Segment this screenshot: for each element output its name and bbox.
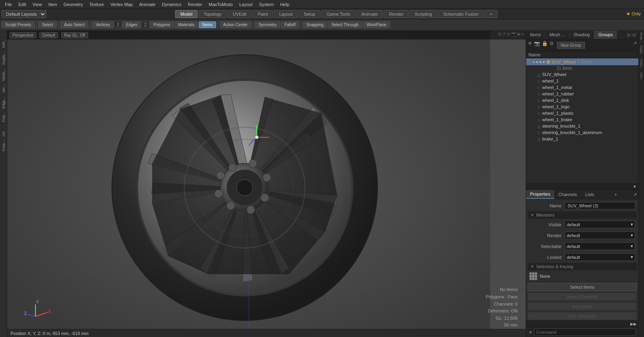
key-items-button[interactable]: Key Items <box>528 302 637 310</box>
default-layouts-select[interactable]: Default Layouts <box>2 10 46 18</box>
panel-action-lock[interactable]: 🔒 <box>542 41 548 50</box>
layout-tab-setup[interactable]: Setup <box>299 10 321 18</box>
menu-dynamics[interactable]: Dynamics <box>159 1 184 8</box>
sidebar-tab-poly[interactable]: Poly... <box>1 111 6 124</box>
layout-tab-gametools[interactable]: Game Tools <box>321 10 355 18</box>
prop-section-sel-keying[interactable]: ▼ Selection & Keying <box>528 263 637 270</box>
prop-tab-add[interactable]: + <box>611 190 620 198</box>
menu-render[interactable]: Render <box>184 1 205 8</box>
star-only-label[interactable]: ★ Only <box>626 11 641 17</box>
menu-texture[interactable]: Texture <box>86 1 107 8</box>
menu-maxtomode[interactable]: MaxToModo <box>206 1 236 8</box>
vertices-btn[interactable]: Vertices <box>92 21 114 28</box>
sidebar-tab-def[interactable]: Def... <box>1 37 6 50</box>
viewport-default-btn[interactable]: Default <box>39 32 58 38</box>
viewport-perspective-btn[interactable]: Perspective <box>10 32 36 38</box>
right-strip-tab-chan[interactable]: Chan... <box>639 57 644 71</box>
menu-vertex-map[interactable]: Vertex Map <box>107 1 136 8</box>
layout-tab-paint[interactable]: Paint <box>253 10 273 18</box>
item-row-wheel-1[interactable]: ◇ wheel_1 <box>526 78 638 84</box>
symmetry-btn[interactable]: Symmetry <box>255 21 280 28</box>
item-row-suv-wheel-group[interactable]: ● ■ ■ ■ ▣ SUV_Wheel 1 Group <box>526 58 638 65</box>
menu-file[interactable]: File <box>2 1 15 8</box>
right-strip-tab-copy[interactable]: Copy... <box>639 44 644 57</box>
item-eye-icon[interactable]: ● <box>533 60 535 64</box>
sidebar-tab-edge[interactable]: Edge... <box>1 95 6 110</box>
prop-selectable-dropdown[interactable]: default ▾ <box>565 242 635 250</box>
menu-edit[interactable]: Edit <box>15 1 29 8</box>
layout-tab-scripting[interactable]: Scripting <box>409 10 437 18</box>
prop-tab-channels[interactable]: Channels <box>554 190 581 198</box>
sidebar-tab-duplic[interactable]: Duplic... <box>1 50 6 66</box>
items-btn[interactable]: Items <box>199 21 216 28</box>
prop-section-members[interactable]: ▼ Members <box>528 211 637 219</box>
prop-tab-lists[interactable]: Lists <box>581 190 599 198</box>
layout-tab-uvedit[interactable]: UVEdit <box>227 10 252 18</box>
menu-layout[interactable]: Layout <box>236 1 256 8</box>
layout-tab-model[interactable]: Model <box>175 10 198 18</box>
panel-action-render[interactable]: 📷 <box>534 41 540 50</box>
command-input[interactable] <box>534 329 636 336</box>
menu-animate[interactable]: Animate <box>136 1 159 8</box>
panel-tab-groups[interactable]: Groups <box>594 31 617 39</box>
prop-tab-properties[interactable]: Properties <box>526 190 554 199</box>
new-group-button[interactable]: New Group <box>557 42 585 49</box>
layout-tab-render[interactable]: Render <box>384 10 409 18</box>
item-row-wheel-1-plastic[interactable]: ◇ wheel_1_plastic <box>526 110 638 116</box>
layout-tab-schematic[interactable]: Schematic Fusion <box>438 10 483 18</box>
edges-btn[interactable]: Edges <box>122 21 141 28</box>
item-row-brake-1[interactable]: ◇ brake_1 <box>526 136 638 142</box>
item-row-wheel-1-logo[interactable]: ◇ wheel_1_logo <box>526 103 638 110</box>
item-row-wheel-1-brake[interactable]: ◇ wheel_1_brake <box>526 116 638 123</box>
menu-geometry[interactable]: Geometry <box>60 1 86 8</box>
snapping-btn[interactable]: Snapping <box>303 21 327 28</box>
sidebar-tab-0[interactable]: · <box>1 32 6 37</box>
item-camera-icon[interactable]: ■ <box>536 60 538 64</box>
action-center-btn[interactable]: Action Center <box>220 21 252 28</box>
prop-visible-dropdown[interactable]: default ▾ <box>565 221 635 228</box>
key-channels-button[interactable]: Key Channels <box>528 312 637 320</box>
layout-tab-topology[interactable]: Topology <box>198 10 227 18</box>
prop-render-dropdown[interactable]: default ▾ <box>565 232 635 239</box>
panel-expand-btn[interactable]: ↗ <box>633 41 637 50</box>
layout-tab-animate[interactable]: Animate <box>356 10 383 18</box>
panel-tab-items[interactable]: Items <box>526 31 545 39</box>
menu-item[interactable]: Item <box>45 1 60 8</box>
workplane-btn[interactable]: WorkPlane <box>363 21 390 28</box>
panel-tab-mesh[interactable]: Mesh ... <box>545 31 570 39</box>
item-row-wheel-1-rubber[interactable]: ◇ wheel_1_rubber <box>526 91 638 97</box>
panel-action-settings[interactable]: ⚙ <box>549 41 554 50</box>
polygons-btn[interactable]: Polygons <box>150 21 173 28</box>
item-row-suv-wheel[interactable]: △ SUV_Wheel <box>526 71 638 78</box>
select-items-button[interactable]: Select Items <box>528 283 637 291</box>
item-row-wheel-1-metal[interactable]: ◇ wheel_1_metal <box>526 84 638 91</box>
menu-view[interactable]: View <box>29 1 45 8</box>
panel-action-eye[interactable]: 👁 <box>528 41 533 50</box>
panel-tab-shading[interactable]: Shading <box>570 31 594 39</box>
layout-tab-add[interactable]: + <box>485 10 497 18</box>
prop-icon-expand[interactable]: ↗ <box>633 192 637 197</box>
falloff-btn[interactable]: Falloff <box>281 21 299 28</box>
layout-tab-layout[interactable]: Layout <box>274 10 298 18</box>
auto-select-btn[interactable]: Auto Select <box>60 21 88 28</box>
item-lock-icon[interactable]: ■ <box>539 60 541 64</box>
sidebar-tab-mesh[interactable]: Mesh... <box>1 67 6 83</box>
menu-help[interactable]: Help <box>277 1 293 8</box>
select-tab-btn[interactable]: Select <box>38 21 57 28</box>
panel-collapse-btn[interactable]: ▼ <box>633 184 637 189</box>
item-row-wheel-1-disk[interactable]: ◇ wheel_1_disk <box>526 97 638 103</box>
sidebar-tab-fuse[interactable]: Fuse... <box>1 139 6 153</box>
item-lock2-icon[interactable]: ■ <box>543 60 545 64</box>
sidebar-tab-uv[interactable]: UV <box>1 130 6 138</box>
item-row-steering-knuckle[interactable]: △ steering_knuckle_1 <box>526 123 638 129</box>
sidebar-tab-ver[interactable]: Ver... <box>1 83 6 95</box>
materials-btn[interactable]: Materials <box>175 21 198 28</box>
items-list[interactable]: ● ■ ■ ■ ▣ SUV_Wheel 1 Group 11 Items <box>526 58 638 183</box>
prop-expand-btn[interactable]: ▶▶ <box>630 322 637 326</box>
prop-name-input[interactable] <box>565 202 635 209</box>
select-channels-button[interactable]: Select Channels <box>528 293 637 301</box>
right-strip-tab-clot[interactable]: Clot... <box>639 71 644 83</box>
right-strip-tab-snap[interactable]: Snap... <box>639 31 644 44</box>
viewport-raygl-btn[interactable]: Ray GL: Off <box>61 32 88 38</box>
prop-locked-dropdown[interactable]: default ▾ <box>565 253 635 261</box>
